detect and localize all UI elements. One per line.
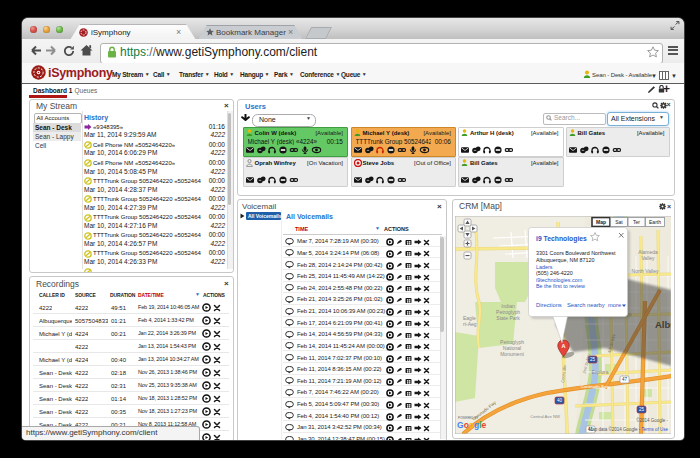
svg-text:Coronado Fwy: Coronado Fwy <box>580 384 609 389</box>
svg-text:Ter: Ter <box>633 219 640 225</box>
svg-text:Earth: Earth <box>649 219 661 225</box>
svg-text:3301 Coors Boulevard Northwest: 3301 Coors Boulevard Northwest <box>536 249 616 255</box>
svg-text:Laders: Laders <box>536 263 553 269</box>
svg-text:25: 25 <box>638 407 644 412</box>
svg-text:©2014 Google -: ©2014 Google - <box>636 417 668 423</box>
svg-text:Directions: Directions <box>536 302 562 308</box>
svg-text:25: 25 <box>589 357 595 362</box>
svg-text:Albuquerque, NM 87120: Albuquerque, NM 87120 <box>536 256 594 262</box>
svg-text:rt-Aeg: rt-Aeg <box>463 321 477 327</box>
svg-text:Monument: Monument <box>500 351 524 357</box>
svg-text:Sat: Sat <box>615 219 623 225</box>
svg-text:more: more <box>608 302 621 308</box>
svg-text:i9technologies.com: i9technologies.com <box>536 276 583 282</box>
svg-text:Map data ©2014 Google - Terms: Map data ©2014 Google - Terms of Use <box>588 426 668 432</box>
svg-text:North Valley: North Valley <box>631 268 658 274</box>
svg-text:i9 Technologies: i9 Technologies <box>536 235 587 243</box>
svg-text:Be the first to review: Be the first to review <box>536 283 585 289</box>
svg-text:(505) 246-4220: (505) 246-4220 <box>536 270 573 276</box>
svg-text:40: 40 <box>556 398 562 403</box>
svg-text:47: 47 <box>621 377 627 382</box>
svg-text:Valley: Valley <box>641 255 655 261</box>
svg-text:Central Ave NW: Central Ave NW <box>530 414 560 419</box>
svg-text:Search nearby: Search nearby <box>567 302 605 308</box>
svg-text:A: A <box>561 343 565 349</box>
svg-text:Explora: Explora <box>591 369 608 375</box>
svg-text:Map: Map <box>596 219 606 225</box>
svg-text:Google: Google <box>457 420 487 430</box>
svg-text:State Park: State Park <box>496 315 520 321</box>
